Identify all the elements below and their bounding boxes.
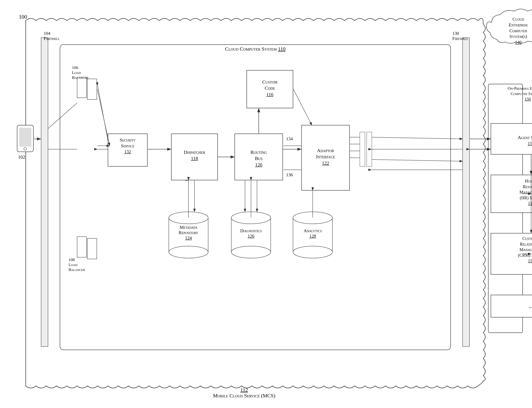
svg-line-36 — [48, 103, 77, 129]
crm-system-label: CustomerRelationshipManagement(CRM) Syst… — [492, 236, 532, 264]
diagram-number: 100 — [19, 14, 27, 20]
load-balancer-top-label: 106LoadBalancer — [72, 65, 88, 80]
svg-line-46 — [293, 89, 312, 125]
svg-point-19 — [231, 246, 271, 258]
svg-rect-1 — [463, 38, 469, 346]
on-premises-label: On-Premises EnterpriseComputer System(s)… — [490, 86, 532, 102]
arrow-136-label: 136 — [286, 172, 293, 178]
svg-line-55 — [372, 160, 463, 161]
cloud-system-label: Cloud Computer System 110 — [60, 46, 451, 52]
svg-point-14 — [169, 246, 208, 258]
svg-rect-4 — [87, 79, 97, 100]
firewall-left-label: 104Firewall — [44, 31, 60, 41]
routing-bus-label: RoutingBus120 — [236, 149, 282, 168]
analytics-label: Analytics128 — [294, 228, 332, 239]
security-service-label: SecurityService132 — [109, 137, 147, 154]
svg-rect-6 — [87, 238, 97, 259]
dispatcher-label: Dispatcher118 — [172, 149, 217, 162]
hr-system-label: HumanResourceManagement(HR) System154 — [492, 178, 532, 206]
svg-rect-0 — [41, 38, 48, 346]
agent-system-label: Agent System152 — [492, 135, 532, 147]
diagnostics-label: Diagnostics126 — [232, 228, 270, 239]
arrow-134-label: 134 — [286, 136, 293, 142]
custom-code-label: CustomCode116 — [248, 79, 292, 98]
load-balancer-bottom-label: 108LoadBalancer — [69, 257, 85, 272]
cloud-enterprise-label: CloudEnterpriseComputerSystem(s)140 — [489, 16, 532, 45]
adaptor-interface-label: AdaptorInterface122 — [303, 147, 349, 166]
svg-point-24 — [293, 246, 332, 258]
diagram: 100 112 Mobile Cloud Service (MCS) 104Fi… — [0, 0, 532, 408]
svg-rect-52 — [367, 132, 372, 166]
mobile-device-number: 102 — [18, 154, 25, 160]
svg-rect-5 — [77, 237, 87, 257]
svg-rect-3 — [77, 77, 87, 98]
svg-rect-51 — [360, 132, 365, 166]
metadata-repo-label: MetadataRepository124 — [170, 225, 207, 241]
svg-rect-28 — [19, 128, 31, 147]
svg-line-40 — [98, 86, 108, 141]
mcs-label: 112 Mobile Cloud Service (MCS) — [0, 387, 488, 399]
ellipsis-label: ... — [492, 302, 532, 310]
svg-line-53 — [372, 137, 463, 139]
firewall-right-label: 130Firewall — [452, 31, 468, 41]
